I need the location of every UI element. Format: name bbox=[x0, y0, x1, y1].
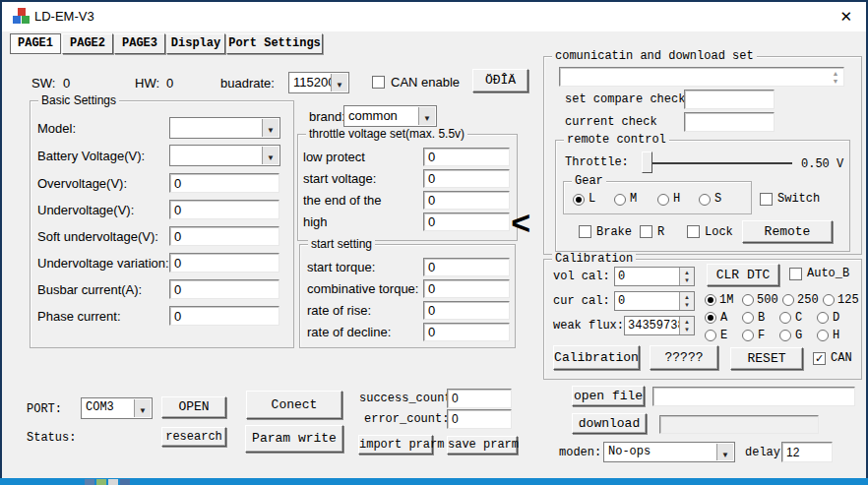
undervoltage-input[interactable] bbox=[169, 200, 279, 219]
channel-radio-d[interactable] bbox=[817, 312, 829, 324]
channel-radio-b[interactable] bbox=[742, 312, 754, 324]
chevron-down-icon[interactable]: ▼ bbox=[262, 119, 279, 137]
cur-cal-spinner[interactable]: 0 ▲▼ bbox=[614, 291, 695, 311]
gear-title: Gear bbox=[572, 174, 606, 188]
connect-button[interactable]: Conect bbox=[246, 391, 342, 419]
language-button[interactable]: ÖÐÎÄ bbox=[472, 69, 528, 92]
delay-input[interactable] bbox=[781, 442, 833, 462]
low-protect-input[interactable] bbox=[423, 148, 510, 166]
gear-radio-l[interactable] bbox=[573, 194, 585, 206]
rate-of-rise-input[interactable] bbox=[423, 301, 510, 320]
vol-cal-spinner[interactable]: 0 ▲▼ bbox=[614, 267, 695, 286]
import-param-button[interactable]: import prarm bbox=[358, 435, 433, 455]
taskbar-icon[interactable] bbox=[108, 479, 118, 485]
channel-radio-a[interactable] bbox=[705, 312, 716, 324]
moden-select[interactable]: No-ops ▼ bbox=[603, 442, 735, 462]
tab-page2[interactable]: PAGE2 bbox=[62, 33, 113, 54]
tab-page3[interactable]: PAGE3 bbox=[114, 33, 165, 54]
start-voltage-input[interactable] bbox=[423, 169, 510, 188]
tab-port-settings[interactable]: Port Settings bbox=[226, 33, 323, 54]
unknown-button[interactable]: ????? bbox=[650, 345, 718, 370]
save-param-button[interactable]: save prarm bbox=[447, 436, 518, 455]
lock-checkbox[interactable] bbox=[687, 225, 700, 238]
download-button[interactable]: download bbox=[572, 413, 647, 434]
scroll-arrows-icon[interactable]: ▲▼ bbox=[830, 70, 841, 84]
channel-radio-g[interactable] bbox=[779, 330, 791, 341]
taskbar-icon[interactable] bbox=[85, 479, 94, 485]
spinner-arrows-icon[interactable]: ▲▼ bbox=[679, 317, 694, 334]
switch-label: Switch bbox=[777, 192, 820, 206]
gear-radio-m[interactable] bbox=[614, 194, 626, 206]
channel-b-label: B bbox=[758, 311, 765, 325]
calibration-button[interactable]: Calibration bbox=[553, 345, 640, 370]
overvoltage-input[interactable] bbox=[169, 173, 279, 193]
chevron-down-icon[interactable]: ▼ bbox=[716, 444, 733, 460]
hw-label: HW: bbox=[135, 76, 159, 91]
chevron-down-icon[interactable]: ▼ bbox=[134, 399, 151, 417]
soft-undervoltage-input[interactable] bbox=[169, 226, 279, 246]
success-count-input[interactable] bbox=[447, 389, 512, 408]
baud-radio-1m[interactable] bbox=[705, 294, 716, 306]
baud-radio-250[interactable] bbox=[782, 294, 794, 306]
channel-radio-e[interactable] bbox=[705, 330, 716, 341]
clr-dtc-button[interactable]: CLR DTC bbox=[707, 264, 779, 286]
baud-radio-500[interactable] bbox=[742, 294, 754, 306]
weak-flux-spinner[interactable]: 34359738 ▲▼ bbox=[624, 316, 695, 335]
current-check-input[interactable] bbox=[684, 112, 775, 132]
baudrate-select[interactable]: 115200 ▼ bbox=[288, 72, 349, 93]
app-window: LD-EM-V3 ✕ PAGE1 PAGE2 PAGE3 Display Por… bbox=[0, 0, 868, 485]
start-setting-title: start setting bbox=[308, 237, 375, 251]
channel-radio-c[interactable] bbox=[779, 312, 791, 324]
brake-checkbox[interactable] bbox=[579, 225, 591, 238]
channel-e-label: E bbox=[720, 329, 727, 342]
error-count-input[interactable] bbox=[447, 409, 512, 429]
gear-radio-s[interactable] bbox=[699, 194, 711, 206]
start-voltage-label: start voltage: bbox=[303, 171, 376, 186]
reset-button[interactable]: RESET bbox=[730, 347, 803, 370]
channel-radio-f[interactable] bbox=[742, 330, 754, 341]
combinative-torque-input[interactable] bbox=[423, 279, 510, 298]
end-of-the-input[interactable] bbox=[423, 191, 510, 210]
busbar-current-input[interactable] bbox=[169, 279, 279, 299]
rate-of-decline-input[interactable] bbox=[423, 323, 510, 341]
tab-page1[interactable]: PAGE1 bbox=[10, 33, 61, 54]
spinner-arrows-icon[interactable]: ▲▼ bbox=[679, 292, 694, 310]
param-write-button[interactable]: Param write bbox=[245, 425, 343, 453]
remote-button[interactable]: Remote bbox=[742, 220, 833, 243]
model-select[interactable]: ▼ bbox=[169, 117, 280, 139]
can-checkbox[interactable]: ✓ bbox=[813, 352, 826, 365]
throttle-slider-handle[interactable] bbox=[642, 152, 652, 173]
channel-radio-h[interactable] bbox=[817, 330, 829, 341]
taskbar-icon[interactable] bbox=[96, 479, 106, 485]
chevron-down-icon[interactable]: ▼ bbox=[331, 74, 347, 91]
switch-checkbox[interactable] bbox=[760, 193, 773, 206]
tab-display[interactable]: Display bbox=[166, 33, 225, 54]
taskbar-icon[interactable] bbox=[120, 479, 130, 485]
open-file-path-input[interactable] bbox=[652, 387, 855, 406]
phase-current-input[interactable] bbox=[169, 306, 279, 326]
close-icon[interactable]: ✕ bbox=[839, 8, 852, 26]
open-port-button[interactable]: OPEN bbox=[161, 396, 226, 418]
gear-radio-h[interactable] bbox=[657, 194, 669, 206]
throttle-slider-track[interactable] bbox=[647, 162, 792, 164]
brand-value: common bbox=[348, 108, 398, 123]
spinner-arrows-icon[interactable]: ▲▼ bbox=[679, 268, 694, 285]
chevron-down-icon[interactable]: ▼ bbox=[262, 147, 279, 164]
open-file-button[interactable]: open file bbox=[572, 386, 645, 406]
auto-b-checkbox[interactable] bbox=[789, 268, 802, 280]
research-button[interactable]: research bbox=[161, 427, 226, 447]
r-checkbox[interactable] bbox=[640, 225, 652, 238]
set-compare-check-input[interactable] bbox=[684, 90, 775, 109]
brand-select[interactable]: common ▼ bbox=[343, 105, 437, 127]
undervoltage-variation-input[interactable] bbox=[169, 253, 279, 273]
port-select[interactable]: COM3 ▼ bbox=[81, 397, 153, 419]
chevron-down-icon[interactable]: ▼ bbox=[418, 107, 435, 125]
gear-h-label: H bbox=[673, 192, 680, 206]
comm-log-field[interactable]: ▲▼ bbox=[559, 67, 844, 87]
can-enable-checkbox[interactable] bbox=[372, 76, 385, 89]
baud-radio-125[interactable] bbox=[823, 294, 835, 306]
high-input[interactable] bbox=[423, 212, 510, 231]
battery-voltage-select[interactable]: ▼ bbox=[169, 145, 280, 166]
collapse-arrow-icon[interactable]: < bbox=[511, 207, 530, 244]
start-torque-input[interactable] bbox=[423, 258, 510, 276]
